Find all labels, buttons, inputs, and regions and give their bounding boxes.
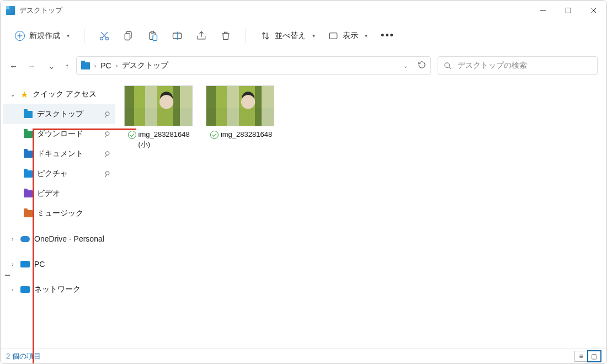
address-chevron-icon[interactable]: ⌄ <box>403 63 408 69</box>
sidebar-item-label: ミュージック <box>37 208 83 218</box>
folder-icon <box>24 170 33 178</box>
folder-icon <box>24 190 33 197</box>
pin-icon: ⚲ <box>103 169 112 179</box>
pc-icon <box>20 261 30 267</box>
sidebar-item-network[interactable]: › ネットワーク <box>3 280 115 299</box>
sidebar-item-label: OneDrive - Personal <box>34 234 104 243</box>
delete-button[interactable] <box>215 26 237 46</box>
file-thumbnail <box>124 85 193 126</box>
search-placeholder: デスクトップの検索 <box>457 61 527 71</box>
new-label: 新規作成 <box>29 31 60 41</box>
crumb-pc[interactable]: PC <box>100 61 111 70</box>
sidebar-item-pc[interactable]: › PC <box>3 254 115 274</box>
chevron-down-icon: ▾ <box>365 33 368 39</box>
refresh-button[interactable] <box>418 61 426 71</box>
pin-icon: ⚲ <box>103 129 112 140</box>
svg-point-16 <box>445 62 450 67</box>
chevron-down-icon: ▾ <box>67 33 70 39</box>
svg-rect-15 <box>329 33 337 39</box>
folder-icon <box>81 62 90 69</box>
sort-label: 並べ替え <box>275 31 306 41</box>
sidebar-item-desktop[interactable]: デスクトップ ⚲ <box>3 104 115 124</box>
synced-check-icon <box>128 131 136 139</box>
chevron-right-icon: › <box>116 62 118 69</box>
view-label: 表示 <box>343 31 358 41</box>
minimize-button[interactable] <box>530 1 556 20</box>
sidebar-item-label: デスクトップ <box>37 109 83 119</box>
svg-line-17 <box>449 67 451 69</box>
svg-point-5 <box>106 37 109 40</box>
sidebar-item-label: ネットワーク <box>34 285 81 295</box>
folder-icon <box>24 131 33 138</box>
sidebar-quick-access[interactable]: ⌄ ★ クイック アクセス <box>3 84 115 104</box>
copy-button[interactable] <box>118 26 140 46</box>
svg-rect-13 <box>173 33 182 39</box>
window-title: デスクトップ <box>19 6 62 15</box>
titlebar: デスクトップ <box>1 1 606 20</box>
search-icon <box>444 62 452 70</box>
address-row: ← → ⌄ ↑ › PC › デスクトップ ⌄ デスクトップの検索 <box>1 51 606 80</box>
plus-icon <box>15 31 25 41</box>
chevron-down-icon: ⌄ <box>9 92 16 98</box>
folder-icon <box>24 210 33 217</box>
chevron-right-icon: › <box>9 261 16 267</box>
back-button[interactable]: ← <box>9 62 18 70</box>
recent-dropdown[interactable]: ⌄ <box>48 62 55 70</box>
sidebar-item-onedrive[interactable]: › OneDrive - Personal <box>3 229 115 249</box>
search-box[interactable]: デスクトップの検索 <box>438 56 598 75</box>
sidebar-item-label: ドキュメント <box>37 149 83 159</box>
sidebar-item-documents[interactable]: ドキュメント ⚲ <box>3 144 115 164</box>
file-thumbnail <box>206 85 274 126</box>
cut-button[interactable] <box>93 26 115 46</box>
toolbar: 新規作成 ▾ 並べ替え ▾ 表示 ▾ ••• <box>1 20 606 51</box>
view-details-button[interactable]: ≡ <box>574 351 588 362</box>
maximize-button[interactable] <box>556 1 581 20</box>
sidebar-label: クイック アクセス <box>33 89 97 99</box>
address-bar[interactable]: › PC › デスクトップ ⌄ <box>76 56 432 75</box>
folder-icon <box>24 151 33 158</box>
sort-button[interactable]: 並べ替え ▾ <box>255 28 321 44</box>
status-text: 2 個の項目 <box>6 351 41 361</box>
chevron-right-icon: › <box>9 287 16 293</box>
file-pane[interactable]: img_283281648 (小) img_283281648 <box>118 80 606 348</box>
chevron-right-icon: › <box>9 236 16 242</box>
synced-check-icon <box>210 131 219 139</box>
pin-icon: ⚲ <box>103 109 112 120</box>
svg-rect-11 <box>151 31 154 33</box>
sidebar-item-label: ダウンロード <box>37 129 83 139</box>
up-button[interactable]: ↑ <box>65 62 70 70</box>
paste-button[interactable] <box>142 26 164 46</box>
share-button[interactable] <box>190 26 212 46</box>
folder-icon <box>24 111 33 118</box>
crumb-current[interactable]: デスクトップ <box>122 61 168 71</box>
new-button[interactable]: 新規作成 ▾ <box>9 28 75 44</box>
close-button[interactable] <box>581 1 606 20</box>
sidebar-item-music[interactable]: ミュージック <box>3 204 115 223</box>
sidebar-item-label: ビデオ <box>37 189 60 199</box>
view-button[interactable]: 表示 ▾ <box>323 28 373 44</box>
window-folder-icon <box>6 6 15 15</box>
svg-point-4 <box>100 37 103 40</box>
file-item[interactable]: img_283281648 <box>206 85 276 149</box>
forward-button[interactable]: → <box>28 62 36 70</box>
status-bar: 2 個の項目 ≡ ▢ <box>1 348 606 363</box>
sidebar: ⌄ ★ クイック アクセス デスクトップ ⚲ ダウンロード ⚲ ドキュメント ⚲… <box>1 80 118 348</box>
svg-rect-9 <box>125 33 130 40</box>
file-name: img_283281648 <box>221 130 272 140</box>
chevron-down-icon: ▾ <box>312 33 315 39</box>
network-icon <box>20 286 30 293</box>
cloud-icon <box>20 236 30 242</box>
sidebar-item-downloads[interactable]: ダウンロード ⚲ <box>3 124 115 144</box>
more-button[interactable]: ••• <box>375 30 400 41</box>
file-name: img_283281648 (小) <box>139 130 191 149</box>
view-thumbnails-button[interactable]: ▢ <box>588 351 601 362</box>
file-item[interactable]: img_283281648 (小) <box>124 85 195 149</box>
sidebar-item-label: PC <box>34 260 45 269</box>
sidebar-item-videos[interactable]: ビデオ <box>3 184 115 204</box>
sidebar-item-pictures[interactable]: ピクチャ ⚲ <box>3 164 115 184</box>
sidebar-item-label: ピクチャ <box>37 169 68 179</box>
chevron-right-icon: › <box>94 62 97 69</box>
rename-button[interactable] <box>166 26 188 46</box>
svg-rect-12 <box>153 35 157 40</box>
pin-icon: ⚲ <box>103 149 112 159</box>
